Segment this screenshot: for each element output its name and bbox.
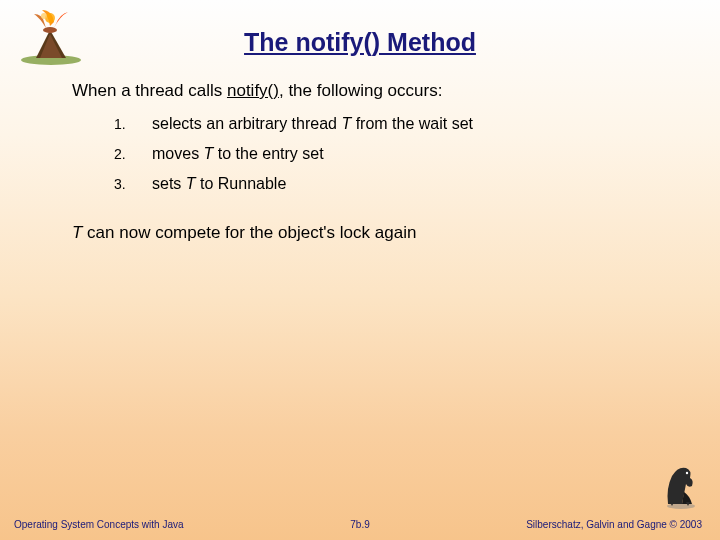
list-text: selects an arbitrary thread T from the w… xyxy=(152,115,473,133)
outro-t: T xyxy=(72,223,82,242)
outro-rest: can now compete for the object's lock ag… xyxy=(82,223,416,242)
list-number: 2. xyxy=(114,146,152,162)
footer-center: 7b.9 xyxy=(350,519,369,530)
dinosaur-icon xyxy=(660,458,702,510)
list-item: 3. sets T to Runnable xyxy=(114,175,690,193)
svg-point-7 xyxy=(686,472,688,474)
list-number: 1. xyxy=(114,116,152,132)
ordered-list: 1. selects an arbitrary thread T from th… xyxy=(72,115,690,193)
slide: The notify() Method When a thread calls … xyxy=(0,0,720,540)
list-item: 2. moves T to the entry set xyxy=(114,145,690,163)
list-text: moves T to the entry set xyxy=(152,145,324,163)
outro-text: T can now compete for the object's lock … xyxy=(72,223,690,243)
volcano-icon xyxy=(12,8,90,66)
list-text: sets T to Runnable xyxy=(152,175,286,193)
footer-right: Silberschatz, Galvin and Gagne © 2003 xyxy=(526,519,702,530)
slide-content: When a thread calls notify(), the follow… xyxy=(0,57,720,243)
intro-suffix: , the following occurs: xyxy=(279,81,442,100)
footer: Operating System Concepts with Java 7b.9… xyxy=(0,519,720,530)
svg-point-3 xyxy=(43,27,57,33)
slide-title: The notify() Method xyxy=(0,0,720,57)
intro-text: When a thread calls notify(), the follow… xyxy=(72,81,690,101)
svg-point-5 xyxy=(41,13,47,19)
list-item: 1. selects an arbitrary thread T from th… xyxy=(114,115,690,133)
footer-left: Operating System Concepts with Java xyxy=(14,519,184,530)
list-number: 3. xyxy=(114,176,152,192)
intro-prefix: When a thread calls xyxy=(72,81,227,100)
intro-underline: notify() xyxy=(227,81,279,100)
